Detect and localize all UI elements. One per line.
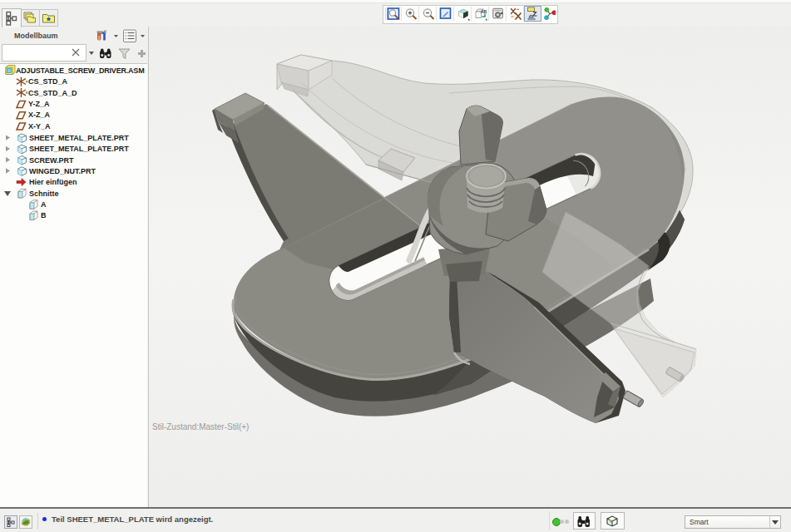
svg-text:CS_STD_A_D: CS_STD_A_D [28,89,77,97]
svg-text:Schnitte: Schnitte [29,190,59,198]
svg-text:A: A [41,200,47,209]
svg-text:SHEET_METAL_PLATE.PRT: SHEET_METAL_PLATE.PRT [29,145,129,153]
svg-text:Y-Z_A: Y-Z_A [28,100,50,108]
svg-text:X-Y_A: X-Y_A [28,122,51,131]
svg-text:SCREW.PRT: SCREW.PRT [29,156,74,165]
svg-text:Stil-Zustand:Master-Stil(+): Stil-Zustand:Master-Stil(+) [152,422,249,431]
svg-text:B: B [41,211,47,219]
svg-text:AB: AB [481,9,487,14]
svg-text:CS_STD_A: CS_STD_A [28,77,68,86]
svg-text:Hier einfügen: Hier einfügen [29,178,77,186]
svg-text:SHEET_METAL_PLATE.PRT: SHEET_METAL_PLATE.PRT [29,134,129,142]
svg-text:ADJUSTABLE_SCREW_DRIVER.ASM: ADJUSTABLE_SCREW_DRIVER.ASM [16,66,144,75]
svg-text:WINGED_NUT.PRT: WINGED_NUT.PRT [29,167,96,175]
svg-text:X-Z_A: X-Z_A [28,111,51,119]
